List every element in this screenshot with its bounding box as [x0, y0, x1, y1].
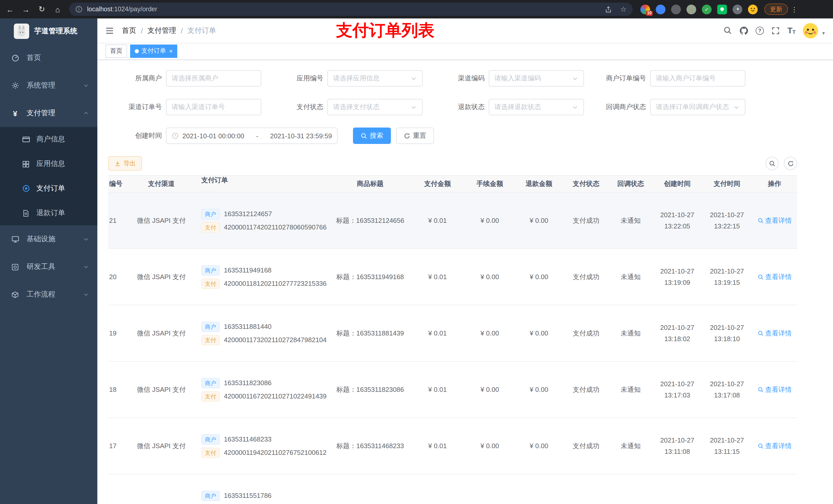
view-detail-link[interactable]: 查看详情 — [757, 329, 792, 338]
channel-code-select[interactable]: 请输入渠道编码 — [489, 70, 584, 87]
cell-title: 标题：1635311823086 — [330, 385, 410, 394]
yen-icon: ¥ — [11, 109, 20, 118]
reset-button[interactable]: 重置 — [396, 127, 434, 144]
table-row: 18 微信 JSAPI 支付 商户1635311823086 支付4200001… — [108, 362, 797, 418]
sidebar-item-workflow[interactable]: 工作流程 — [0, 281, 97, 308]
extension-badge: 10 — [646, 10, 653, 16]
search-button[interactable]: 搜索 — [353, 127, 391, 144]
cell-notify: 未通知 — [609, 216, 653, 225]
pay-order-no: 4200001174202110278060590766 — [224, 223, 327, 231]
filter-merchant: 所属商户 请选择所属商户 — [108, 70, 261, 87]
app-select[interactable]: 请选择应用信息 — [327, 70, 423, 87]
profile-avatar-icon[interactable] — [748, 4, 758, 14]
pay-tag: 支付 — [201, 335, 220, 345]
sidebar-item-system[interactable]: 系统管理 — [0, 72, 97, 99]
view-detail-link[interactable]: 查看详情 — [757, 216, 792, 225]
browser-chrome: ← → ↻ ⌂ localhost:1024/pay/order ☆ 10 ✓ — [0, 0, 833, 19]
sidebar-item-label: 研发工具 — [27, 262, 83, 271]
user-avatar[interactable] — [803, 23, 818, 38]
search-icon[interactable] — [723, 26, 732, 35]
browser-update-button[interactable]: 更新 — [764, 4, 788, 15]
refund-status-select[interactable]: 请选择退款状态 — [489, 99, 584, 115]
merchant-order-no-input[interactable]: 请输入商户订单编号 — [650, 70, 745, 87]
breadcrumb-current: 支付订单 — [188, 26, 216, 35]
chevron-down-icon — [733, 104, 740, 111]
cell-channel: 微信 JSAPI 支付 — [125, 385, 197, 394]
table-tools — [765, 157, 797, 170]
tab-pay-order[interactable]: 支付订单 × — [130, 44, 177, 57]
view-detail-link[interactable]: 查看详情 — [757, 272, 792, 282]
sidebar-item-payment[interactable]: ¥ 支付管理 — [0, 99, 97, 127]
view-detail-link[interactable]: 查看详情 — [757, 441, 792, 451]
field-label: 所属商户 — [108, 74, 166, 83]
cell-order: 商户1635311551786 支付 — [197, 490, 330, 504]
placeholder-text: 请选择应用信息 — [333, 74, 410, 83]
range-end-value: 2021-10-31 23:59:59 — [270, 132, 332, 140]
table-row: 21 微信 JSAPI 支付 商户1635312124657 支付4200001… — [108, 193, 797, 249]
view-detail-link[interactable]: 查看详情 — [757, 385, 792, 394]
breadcrumb-home[interactable]: 首页 — [122, 26, 136, 35]
cell-order: 商户1635311881440 支付4200001173202110272847… — [197, 321, 330, 345]
sidebar-item-infrastructure[interactable]: 基础设施 — [0, 225, 97, 253]
sidebar-item-refund-order[interactable]: 退款订单 — [0, 201, 97, 225]
monitor-icon — [11, 235, 20, 243]
browser-home-button[interactable]: ⌂ — [51, 2, 65, 16]
filter-refund-status: 退款状态 请选择退款状态 — [431, 99, 584, 115]
address-bar[interactable]: localhost:1024/pay/order ☆ — [69, 3, 633, 16]
bookmark-star-icon[interactable]: ☆ — [620, 5, 626, 13]
tab-home[interactable]: 首页 — [105, 44, 127, 57]
avatar-caret-icon[interactable]: ▾ — [822, 30, 825, 36]
hamburger-icon[interactable] — [97, 26, 122, 35]
refresh-table-button[interactable] — [784, 157, 797, 170]
sidebar-item-app-info[interactable]: 应用信息 — [0, 152, 97, 176]
browser-menu-icon[interactable]: ⋮ — [791, 5, 798, 13]
github-icon[interactable] — [739, 26, 748, 35]
extension-icon-3[interactable] — [671, 4, 681, 14]
cell-refund: ¥ 0.00 — [514, 442, 564, 450]
extension-icon-6[interactable] — [717, 4, 727, 14]
breadcrumb-section[interactable]: 支付管理 — [147, 26, 176, 35]
pay-status-select[interactable]: 请选择支付状态 — [327, 99, 423, 115]
toggle-search-button[interactable] — [765, 157, 779, 170]
merchant-order-no: 1635311551786 — [224, 492, 271, 499]
cell-id: 20 — [108, 273, 125, 281]
extension-icon-4[interactable] — [687, 4, 696, 14]
cell-created: 2021-10-2713:19:09 — [653, 266, 702, 288]
cell-id: 18 — [108, 386, 125, 393]
share-icon[interactable] — [604, 5, 613, 14]
sidebar-item-merchant-info[interactable]: 商户信息 — [0, 127, 97, 152]
cell-amount: ¥ 0.01 — [410, 442, 465, 450]
pay-order-no: 4200001167202110271022491439 — [224, 392, 327, 400]
sidebar-item-dev-tools[interactable]: 研发工具 — [0, 253, 97, 281]
field-label: 渠道编码 — [431, 74, 489, 83]
site-info-icon[interactable] — [75, 6, 82, 13]
create-time-range-picker[interactable]: 2021-10-01 00:00:00 - 2021-10-31 23:59:5… — [166, 127, 338, 144]
cell-created: 2021-10-2713:18:02 — [653, 322, 702, 344]
browser-reload-button[interactable]: ↻ — [35, 2, 49, 16]
extensions-pin-icon[interactable] — [733, 4, 742, 14]
export-button[interactable]: 导出 — [108, 156, 142, 171]
navbar-actions: ? TT ▾ — [723, 23, 833, 38]
extension-icon-5[interactable]: ✓ — [702, 4, 712, 14]
merchant-tag: 商户 — [201, 265, 220, 275]
browser-forward-button[interactable]: → — [19, 2, 33, 16]
extension-icon-2[interactable] — [656, 4, 665, 14]
merchant-select[interactable]: 请选择所属商户 — [166, 70, 261, 87]
cell-id: 21 — [108, 217, 125, 224]
filter-row-2: 渠道订单号 请输入渠道订单号 支付状态 请选择支付状态 退款状态 请选择退款状态 — [108, 99, 797, 115]
browser-back-button[interactable]: ← — [3, 2, 17, 16]
sidebar-item-label: 商户信息 — [37, 135, 97, 144]
channel-order-no-input[interactable]: 请输入渠道订单号 — [166, 99, 261, 115]
cell-amount: ¥ 0.01 — [410, 273, 465, 281]
sidebar-item-home[interactable]: 首页 — [0, 44, 97, 72]
sidebar-item-pay-order[interactable]: 支付订单 — [0, 176, 97, 201]
close-icon[interactable]: × — [169, 47, 173, 54]
cell-order: 商户1635311949168 支付4200001181202110277723… — [197, 265, 330, 289]
extension-icon-1[interactable]: 10 — [640, 4, 650, 14]
download-icon — [114, 160, 121, 167]
font-size-icon[interactable]: TT — [787, 26, 795, 34]
fullscreen-icon[interactable] — [771, 26, 780, 35]
help-icon[interactable]: ? — [756, 26, 764, 34]
pay-order-no: 4200001173202110272847982104 — [224, 336, 327, 344]
notify-status-select[interactable]: 请选择订单回调商户状态 — [650, 99, 745, 115]
